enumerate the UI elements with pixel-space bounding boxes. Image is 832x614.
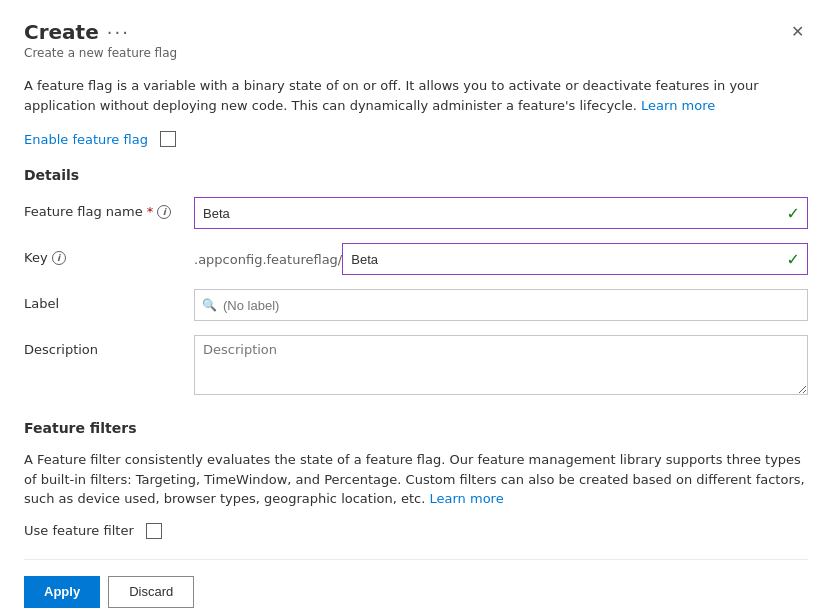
panel-title: Create <box>24 20 99 44</box>
learn-more-link-filters[interactable]: Learn more <box>430 491 504 506</box>
create-panel: Create ··· ✕ Create a new feature flag A… <box>0 0 832 614</box>
close-icon: ✕ <box>791 23 804 40</box>
feature-filters-section: Feature filters A Feature filter consist… <box>24 420 808 539</box>
use-filter-label: Use feature filter <box>24 523 134 538</box>
panel-title-row: Create ··· <box>24 20 130 44</box>
label-control: 🔍 <box>194 289 808 321</box>
key-label: Key i <box>24 243 194 265</box>
feature-filters-description: A Feature filter consistently evaluates … <box>24 450 808 509</box>
description-control <box>194 335 808 398</box>
feature-flag-name-control: ✓ <box>194 197 808 229</box>
use-feature-filter-checkbox[interactable] <box>146 523 162 539</box>
discard-button[interactable]: Discard <box>108 576 194 608</box>
key-row: Key i .appconfig.featureflag/ ✓ <box>24 243 808 275</box>
panel-description: A feature flag is a variable with a bina… <box>24 76 808 115</box>
label-input[interactable] <box>194 289 808 321</box>
footer-divider <box>24 559 808 560</box>
key-check-icon: ✓ <box>787 250 800 269</box>
more-icon[interactable]: ··· <box>107 22 130 43</box>
panel-header: Create ··· ✕ <box>24 20 808 44</box>
required-indicator: * <box>147 204 154 219</box>
enable-feature-flag-label: Enable feature flag <box>24 132 148 147</box>
label-search-icon: 🔍 <box>202 298 217 312</box>
enable-feature-flag-row: Enable feature flag <box>24 131 808 147</box>
description-label: Description <box>24 335 194 357</box>
feature-flag-name-row: Feature flag name * i ✓ <box>24 197 808 229</box>
key-input[interactable] <box>342 243 808 275</box>
panel-subtitle: Create a new feature flag <box>24 46 808 60</box>
feature-flag-name-check-icon: ✓ <box>787 204 800 223</box>
key-info-icon[interactable]: i <box>52 251 66 265</box>
label-row: Label 🔍 <box>24 289 808 321</box>
details-section-title: Details <box>24 167 808 183</box>
apply-button[interactable]: Apply <box>24 576 100 608</box>
feature-filters-title: Feature filters <box>24 420 808 436</box>
use-filter-row: Use feature filter <box>24 523 808 539</box>
key-prefix: .appconfig.featureflag/ <box>194 252 342 267</box>
key-control: .appconfig.featureflag/ ✓ <box>194 243 808 275</box>
label-label: Label <box>24 289 194 311</box>
feature-flag-name-input[interactable] <box>194 197 808 229</box>
description-row: Description <box>24 335 808 398</box>
enable-feature-flag-checkbox[interactable] <box>160 131 176 147</box>
feature-flag-name-label: Feature flag name * i <box>24 197 194 219</box>
close-button[interactable]: ✕ <box>787 20 808 44</box>
description-input[interactable] <box>194 335 808 395</box>
feature-flag-name-info-icon[interactable]: i <box>157 205 171 219</box>
learn-more-link-top[interactable]: Learn more <box>641 98 715 113</box>
footer-buttons: Apply Discard <box>24 576 808 608</box>
